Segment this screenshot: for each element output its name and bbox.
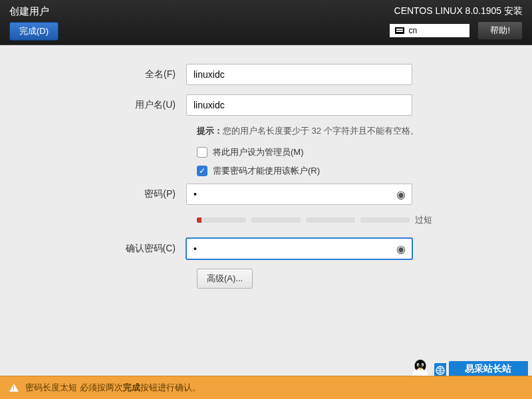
username-input[interactable]	[186, 94, 412, 116]
site-name: 易采站长站	[465, 363, 511, 375]
header-bar: 创建用户 完成(D) CENTOS LINUX 8.0.1905 安装 cn 帮…	[0, 0, 532, 45]
strength-bar-1	[197, 217, 246, 223]
password-reveal-icon[interactable]: ◉	[396, 188, 406, 201]
hint-prefix: 提示：	[197, 126, 223, 136]
help-button[interactable]: 帮助!	[477, 21, 523, 40]
confirm-row: 确认密码(C) ◉	[20, 238, 512, 259]
fullname-input[interactable]	[186, 64, 412, 85]
admin-checkbox-row: 将此用户设为管理员(M)	[197, 146, 512, 158]
svg-point-4	[422, 363, 424, 366]
password-row: 密码(P) ◉	[20, 184, 512, 205]
requirepw-checkbox[interactable]: ✓	[197, 166, 207, 176]
done-button[interactable]: 完成(D)	[9, 22, 59, 41]
product-title: CENTOS LINUX 8.0.1905 安装	[394, 5, 523, 17]
keyboard-layout-code: cn	[408, 26, 417, 35]
password-input[interactable]	[186, 184, 412, 205]
page-title: 创建用户	[9, 5, 59, 18]
svg-point-3	[417, 363, 419, 366]
strength-bar-3	[306, 217, 355, 223]
admin-checkbox[interactable]	[197, 147, 207, 158]
requirepw-checkbox-row: ✓ 需要密码才能使用该帐户(R)	[197, 165, 512, 177]
password-strength-row: 过短	[197, 214, 512, 226]
fullname-row: 全名(F)	[20, 64, 512, 85]
fullname-label: 全名(F)	[20, 68, 186, 80]
svg-point-1	[414, 360, 426, 372]
hint-text: 您的用户名长度要少于 32 个字符并且不能有空格。	[223, 126, 419, 136]
strength-bar-4	[360, 217, 410, 223]
username-hint: 提示：您的用户名长度要少于 32 个字符并且不能有空格。	[197, 125, 512, 137]
strength-bar-2	[251, 217, 301, 223]
strength-label: 过短	[415, 214, 432, 226]
confirm-password-input[interactable]	[186, 238, 412, 259]
warning-text: 密码长度太短 必须按两次完成按钮进行确认。	[25, 382, 201, 394]
header-left: 创建用户 完成(D)	[9, 5, 59, 39]
username-label: 用户名(U)	[20, 99, 186, 111]
svg-point-6	[422, 364, 423, 366]
header-right: CENTOS LINUX 8.0.1905 安装 cn 帮助!	[390, 5, 523, 39]
svg-point-9	[436, 366, 444, 374]
svg-point-5	[418, 364, 419, 366]
warning-icon	[9, 384, 19, 392]
password-label: 密码(P)	[20, 188, 186, 200]
requirepw-checkbox-label: 需要密码才能使用该帐户(R)	[213, 165, 320, 177]
keyboard-layout-indicator[interactable]: cn	[390, 24, 469, 37]
warning-bar: 密码长度太短 必须按两次完成按钮进行确认。	[0, 376, 532, 399]
advanced-button[interactable]: 高级(A)...	[197, 269, 253, 289]
admin-checkbox-label: 将此用户设为管理员(M)	[213, 146, 304, 158]
confirm-reveal-icon[interactable]: ◉	[396, 243, 406, 255]
create-user-form: 全名(F) 用户名(U) 提示：您的用户名长度要少于 32 个字符并且不能有空格…	[0, 45, 532, 289]
keyboard-icon	[395, 27, 404, 34]
header-controls: cn 帮助!	[390, 21, 523, 40]
confirm-label: 确认密码(C)	[20, 243, 186, 255]
username-row: 用户名(U)	[20, 94, 512, 116]
